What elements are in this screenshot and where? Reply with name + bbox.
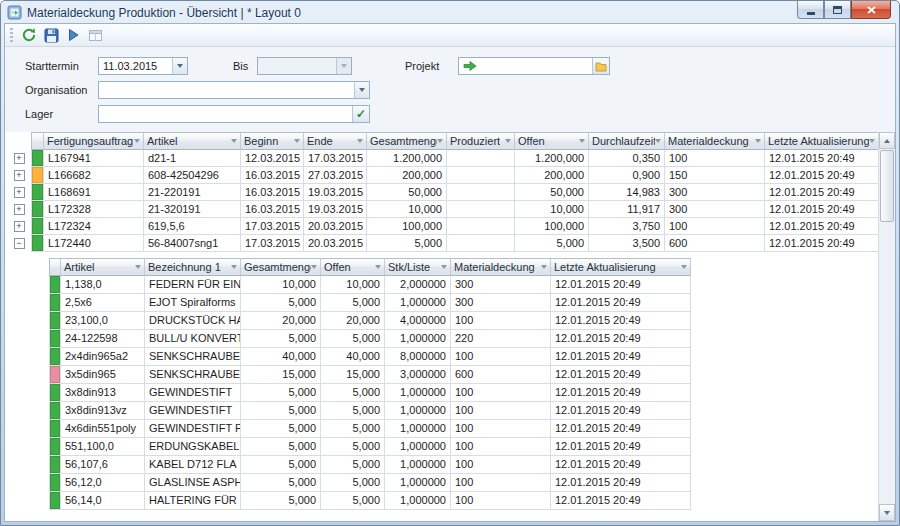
detail-row[interactable]: 56,14,0HALTERING FÜR5,0005,0001,00000010… <box>49 492 895 510</box>
column-header-gesamtmenge[interactable]: Gesamtmenge <box>367 132 447 150</box>
table-row[interactable]: −L17244056-84007sng117.03.201520.03.2015… <box>7 235 895 252</box>
detail-row[interactable]: 3x8din913GEWINDESTIFT5,0005,0001,0000001… <box>49 384 895 402</box>
filter-dropdown-icon[interactable] <box>135 265 141 269</box>
projekt-browse-button[interactable] <box>592 58 609 74</box>
expand-toggle[interactable]: + <box>14 153 25 164</box>
titlebar[interactable]: Materialdeckung Produktion - Übersicht |… <box>1 1 899 22</box>
column-header-produziert[interactable]: Produziert <box>447 132 515 150</box>
lager-label: Lager <box>25 108 53 120</box>
cell-durchlaufzeit: 3,750 <box>589 218 665 235</box>
expand-toggle[interactable]: + <box>14 204 25 215</box>
detail-row[interactable]: 551,100,0ERDUNGSKABEL5,0005,0001,0000001… <box>49 438 895 456</box>
expand-toggle[interactable]: + <box>14 187 25 198</box>
starttermin-dropdown-button[interactable] <box>172 58 187 74</box>
expand-toggle[interactable]: + <box>14 221 25 232</box>
filter-dropdown-icon[interactable] <box>681 265 687 269</box>
scroll-down-button[interactable] <box>879 504 895 521</box>
starttermin-field[interactable]: 11.03.2015 <box>98 57 188 75</box>
column-header-artikel[interactable]: Artikel <box>144 132 241 150</box>
table-row[interactable]: +L166682608-4250429616.03.201527.03.2015… <box>7 167 895 184</box>
detail-row[interactable]: 1,138,0FEDERN FÜR EIN10,00010,0002,00000… <box>49 276 895 294</box>
column-header-beginn[interactable]: Beginn <box>241 132 304 150</box>
filter-dropdown-icon[interactable] <box>869 139 875 143</box>
detail-row[interactable]: 56,107,6KABEL D712 FLA5,0005,0001,000000… <box>49 456 895 474</box>
table-row[interactable]: +L16869121-22019116.03.201519.03.201550,… <box>7 184 895 201</box>
column-header-letzte-aktualisierung[interactable]: Letzte Aktualisierung <box>765 132 879 150</box>
starttermin-value: 11.03.2015 <box>103 60 172 72</box>
layout-button[interactable] <box>84 25 106 45</box>
table-row[interactable]: +L17232821-32019116.03.201519.03.201510,… <box>7 201 895 218</box>
detail-row[interactable]: 3x5din965SENKSCHRAUBE15,00015,0003,00000… <box>49 366 895 384</box>
cell-materialdeckung: 300 <box>451 294 551 312</box>
bis-field[interactable] <box>257 57 352 75</box>
filter-dropdown-icon[interactable] <box>505 139 511 143</box>
cell-gesamtmenge: 5,000 <box>241 384 321 402</box>
filter-dropdown-icon[interactable] <box>357 139 363 143</box>
save-button[interactable] <box>40 25 62 45</box>
column-header-label: Bezeichnung 1 <box>148 261 221 273</box>
refresh-button[interactable] <box>18 25 40 45</box>
column-header-artikel[interactable]: Artikel <box>61 258 145 276</box>
bis-dropdown-button[interactable] <box>336 58 351 74</box>
detail-row[interactable]: 2,5x6EJOT Spiralforms5,0005,0001,0000003… <box>49 294 895 312</box>
column-header-gesamtmenge[interactable]: Gesamtmenge <box>241 258 321 276</box>
cell-letzte-aktualisierung: 12.01.2015 20:49 <box>551 384 691 402</box>
cell-letzte-aktualisierung: 12.01.2015 20:49 <box>765 201 879 218</box>
column-header-label: Artikel <box>147 135 178 147</box>
organisation-dropdown-button[interactable] <box>354 82 369 98</box>
cell-beginn: 16.03.2015 <box>241 201 304 218</box>
close-button[interactable] <box>851 1 891 19</box>
projekt-field[interactable] <box>458 57 610 75</box>
cell-beginn: 17.03.2015 <box>241 218 304 235</box>
filter-dropdown-icon[interactable] <box>755 139 761 143</box>
column-header-bezeichnung-1[interactable]: Bezeichnung 1 <box>145 258 241 276</box>
column-header-stk-liste[interactable]: Stk/Liste <box>385 258 451 276</box>
cell-materialdeckung: 100 <box>665 218 765 235</box>
organisation-field[interactable] <box>98 81 370 99</box>
lager-check-button[interactable]: ✓ <box>352 106 369 122</box>
expand-toggle[interactable]: − <box>14 238 25 249</box>
column-header-offen[interactable]: Offen <box>515 132 589 150</box>
cell-bezeichnung-1: SENKSCHRAUBE <box>145 348 241 366</box>
column-header-ende[interactable]: Ende <box>304 132 367 150</box>
column-header-durchlaufzeit[interactable]: Durchlaufzeit <box>589 132 665 150</box>
cell-artikel: 608-42504296 <box>144 167 241 184</box>
filter-dropdown-icon[interactable] <box>437 139 443 143</box>
run-button[interactable] <box>62 25 84 45</box>
scrollbar-thumb[interactable] <box>880 150 894 222</box>
filter-dropdown-icon[interactable] <box>311 265 317 269</box>
column-header-materialdeckung[interactable]: Materialdeckung <box>665 132 765 150</box>
detail-row[interactable]: 4x6din551polyGEWINDESTIFT P5,0005,0001,0… <box>49 420 895 438</box>
detail-row[interactable]: 56,12,0GLASLINSE ASPH5,0005,0001,0000001… <box>49 474 895 492</box>
maximize-button[interactable] <box>824 1 851 19</box>
table-row[interactable]: +L172324619,5,617.03.201520.03.2015100,0… <box>7 218 895 235</box>
filter-dropdown-icon[interactable] <box>231 265 237 269</box>
filter-dropdown-icon[interactable] <box>134 139 140 143</box>
toolbar-grip[interactable] <box>10 28 13 43</box>
filter-dropdown-icon[interactable] <box>294 139 300 143</box>
cell-gesamtmenge: 5,000 <box>241 438 321 456</box>
column-header-letzte-aktualisierung[interactable]: Letzte Aktualisierung <box>551 258 691 276</box>
detail-row[interactable]: 2x4din965a2SENKSCHRAUBE40,00040,0008,000… <box>49 348 895 366</box>
minimize-button[interactable] <box>797 1 824 19</box>
column-header-materialdeckung[interactable]: Materialdeckung <box>451 258 551 276</box>
expand-toggle[interactable]: + <box>14 170 25 181</box>
column-header-offen[interactable]: Offen <box>321 258 385 276</box>
vertical-scrollbar[interactable] <box>878 132 895 521</box>
filter-dropdown-icon[interactable] <box>655 139 661 143</box>
filter-dropdown-icon[interactable] <box>231 139 237 143</box>
detail-row[interactable]: 3x8din913vzGEWINDESTIFT5,0005,0001,00000… <box>49 402 895 420</box>
filter-dropdown-icon[interactable] <box>441 265 447 269</box>
detail-row[interactable]: 23,100,0DRUCKSTÜCK HA20,00020,0004,00000… <box>49 312 895 330</box>
status-indicator <box>49 312 61 330</box>
lager-field[interactable]: ✓ <box>98 105 370 123</box>
detail-row[interactable]: 24-122598BULL/U KONVERT5,0005,0001,00000… <box>49 330 895 348</box>
filter-dropdown-icon[interactable] <box>579 139 585 143</box>
cell-letzte-aktualisierung: 12.01.2015 20:49 <box>551 420 691 438</box>
filter-dropdown-icon[interactable] <box>375 265 381 269</box>
cell-letzte-aktualisierung: 12.01.2015 20:49 <box>551 492 691 510</box>
table-row[interactable]: +L167941d21-112.03.201517.03.20151.200,0… <box>7 150 895 167</box>
column-header-fertigungsauftrag[interactable]: Fertigungsauftrag <box>44 132 144 150</box>
filter-dropdown-icon[interactable] <box>541 265 547 269</box>
scroll-up-button[interactable] <box>879 132 895 149</box>
